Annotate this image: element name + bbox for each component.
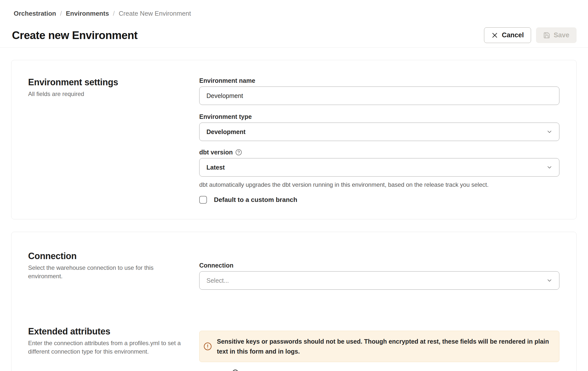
breadcrumb: Orchestration / Environments / Create Ne… <box>14 9 577 17</box>
sensitive-keys-warning: Sensitive keys or passwords should not b… <box>199 331 559 362</box>
breadcrumb-separator: / <box>60 9 62 17</box>
breadcrumb-environments[interactable]: Environments <box>66 9 109 17</box>
environment-name-label: Environment name <box>199 77 559 84</box>
dbt-version-select[interactable]: Latest <box>199 158 559 177</box>
environment-type-select[interactable]: Development <box>199 123 559 141</box>
dbt-version-label: dbt version <box>199 148 233 156</box>
chevron-down-icon <box>546 164 553 171</box>
custom-branch-checkbox[interactable] <box>199 196 207 204</box>
environment-settings-card: Environment settings All fields are requ… <box>11 60 577 219</box>
save-button-label: Save <box>554 31 569 39</box>
cancel-button-label: Cancel <box>502 31 524 39</box>
connection-heading: Connection <box>28 251 199 262</box>
header-actions: Cancel Save <box>484 27 577 43</box>
environment-name-input[interactable] <box>199 87 559 105</box>
save-button[interactable]: Save <box>536 27 577 43</box>
environment-settings-subheading: All fields are required <box>28 90 199 98</box>
connection-select[interactable]: Select... <box>199 271 559 290</box>
environment-settings-heading: Environment settings <box>28 77 199 88</box>
extended-attributes-subheading: Enter the connection attributes from a p… <box>28 339 187 356</box>
dbt-version-group: dbt version Latest dbt automatically upg… <box>199 148 559 188</box>
cancel-button[interactable]: Cancel <box>484 27 531 43</box>
page-title: Create new Environment <box>12 29 138 42</box>
connection-subheading: Select the warehouse connection to use f… <box>28 264 172 280</box>
connection-group: Connection Select... <box>199 262 559 290</box>
custom-branch-label[interactable]: Default to a custom branch <box>214 196 297 204</box>
chevron-down-icon <box>546 277 553 284</box>
environment-type-label: Environment type <box>199 113 559 120</box>
save-icon <box>543 32 550 39</box>
environment-type-group: Environment type Development <box>199 113 559 141</box>
connection-label: Connection <box>199 262 559 269</box>
environment-type-value: Development <box>206 128 245 136</box>
connection-placeholder: Select... <box>206 277 229 284</box>
help-icon[interactable] <box>235 149 242 156</box>
breadcrumb-orchestration[interactable]: Orchestration <box>14 9 56 17</box>
page-header: Orchestration / Environments / Create Ne… <box>0 0 588 47</box>
warning-text: Sensitive keys or passwords should not b… <box>217 336 549 356</box>
close-icon <box>491 32 498 39</box>
dbt-version-value: Latest <box>206 164 225 171</box>
environment-name-group: Environment name <box>199 77 559 105</box>
alert-circle-icon <box>203 342 212 351</box>
chevron-down-icon <box>546 129 553 135</box>
custom-branch-row: Default to a custom branch <box>199 196 559 204</box>
breadcrumb-current: Create New Environment <box>119 9 191 17</box>
connection-card: Connection Select the warehouse connecti… <box>11 232 577 371</box>
dbt-version-helper: dbt automatically upgrades the dbt versi… <box>199 181 559 188</box>
breadcrumb-separator: / <box>113 9 115 17</box>
extended-attributes-heading: Extended attributes <box>28 326 199 337</box>
